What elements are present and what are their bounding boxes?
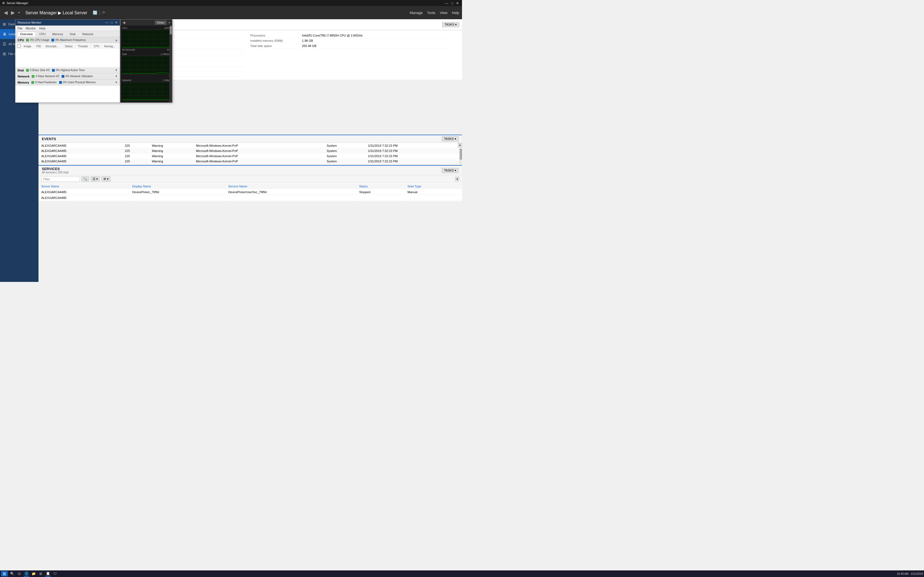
col-image[interactable]: Image xyxy=(23,44,35,49)
tools-button[interactable]: Tools xyxy=(427,11,435,15)
table-row[interactable]: ALEXGARCA4485 DevicePicker_79f9d DeviceP… xyxy=(39,190,462,195)
filter-search-button[interactable]: 🔍 xyxy=(81,176,89,182)
rm-memory-metric1: 0 Hard Faults/sec xyxy=(31,81,57,84)
views-button[interactable]: Views xyxy=(155,21,166,25)
memory-collapse-arrow[interactable]: ▼ xyxy=(115,81,118,84)
rm-disk-collapsible[interactable]: Disk 0 B/sec Disk I/O 0% Highest Active … xyxy=(15,67,120,73)
back-button[interactable]: ◀ xyxy=(3,8,9,17)
event-server: ALEXGARCA4485 xyxy=(39,149,122,153)
network-chart-canvas xyxy=(121,82,171,101)
rm-maximize-button[interactable]: □ xyxy=(111,21,113,24)
table-row: ALEXGARCA4485 225 Warning Microsoft-Wind… xyxy=(39,143,462,148)
rm-tab-memory[interactable]: Memory xyxy=(49,32,66,37)
event-datetime: 1/31/2019 7:32:23 PM xyxy=(366,143,462,148)
rm-memory-collapsible[interactable]: Memory 0 Hard Faults/sec 0% Used Physica… xyxy=(15,79,120,85)
manage-button[interactable]: Manage xyxy=(410,11,423,15)
rm-tab-network[interactable]: Network xyxy=(79,32,96,37)
disk-collapse-arrow[interactable]: ▼ xyxy=(115,69,118,72)
services-tasks-button[interactable]: TASKS ▾ xyxy=(442,168,459,173)
col-start-type[interactable]: Start Type xyxy=(405,184,462,189)
rm-tab-cpu[interactable]: CPU xyxy=(36,32,48,37)
events-scrollbar[interactable] xyxy=(459,148,462,164)
charts-scrollbar-thumb[interactable] xyxy=(170,26,172,34)
rm-cpu-header-left: CPU 0% CPU Usage 0% Maximum Frequency xyxy=(18,39,86,42)
filter-options-button[interactable]: ⚙ ▾ xyxy=(102,176,111,182)
filter-input[interactable] xyxy=(41,177,80,182)
disk-metric1-label: 0 B/sec Disk I/O xyxy=(30,69,50,72)
rm-menu-file[interactable]: File xyxy=(18,27,23,30)
rm-tab-disk[interactable]: Disk xyxy=(67,32,79,37)
rm-cpu-label: CPU xyxy=(18,39,24,42)
event-server: ALEXGARCA4485 xyxy=(39,159,122,164)
flag-icon[interactable]: 🏳 xyxy=(102,10,106,15)
prop-label-disk: Total disk space xyxy=(250,44,300,48)
forward-button[interactable]: ▶ xyxy=(10,8,16,17)
help-button[interactable]: Help xyxy=(452,11,459,15)
col-service-name[interactable]: Service Name xyxy=(226,184,356,189)
col-display-name[interactable]: Display Name xyxy=(130,184,226,189)
rm-titlebar-controls[interactable]: — □ ✕ xyxy=(105,21,118,24)
charts-nav-left[interactable]: ◀ xyxy=(123,21,125,24)
title-bar: ⚙ Server Manager — □ ✕ xyxy=(0,0,462,6)
events-scrollbar-thumb[interactable] xyxy=(460,149,462,160)
services-expand-button[interactable]: ▾ xyxy=(455,177,459,181)
col-average[interactable]: Averag... xyxy=(103,44,120,49)
title-bar-controls[interactable]: — □ ✕ xyxy=(444,1,460,5)
cpu-time-label: 60 Seconds xyxy=(122,48,135,51)
table-row: ALEXGARCA4485 225 Warning Microsoft-Wind… xyxy=(39,149,462,153)
rm-minimize-button[interactable]: — xyxy=(105,21,108,24)
col-checkbox[interactable] xyxy=(16,44,22,49)
rm-cpu-header[interactable]: CPU 0% CPU Usage 0% Maximum Frequency ▲ xyxy=(15,37,120,43)
minimize-button[interactable]: — xyxy=(444,1,449,5)
rm-menu-monitor[interactable]: Monitor xyxy=(26,27,36,30)
disk-chart-section: Disk 1 KB/sec 0 xyxy=(120,52,172,78)
cpu-expand-arrow[interactable]: ▲ xyxy=(115,39,118,42)
properties-tasks-button[interactable]: TASKS ▾ xyxy=(442,22,459,27)
col-description[interactable]: Descripti... xyxy=(45,44,63,49)
rm-network-metric2: 0% Network Utilization xyxy=(61,75,93,78)
event-log: System xyxy=(325,154,365,158)
network-collapse-arrow[interactable]: ▼ xyxy=(115,75,118,78)
col-status[interactable]: Status xyxy=(357,184,405,189)
event-server: ALEXGARCA4485 xyxy=(39,143,122,148)
rm-tabs: Overview CPU Memory Disk Network xyxy=(15,31,120,37)
filter-list-button[interactable]: ☰ ▾ xyxy=(91,176,100,182)
prop-value-processors: Intel(R) Core(TM) i7-8850H CPU @ 2.60GHz xyxy=(302,34,363,37)
event-source: Microsoft-Windows-Kernel-PnP xyxy=(194,159,324,164)
disk-metric2-label: 0% Highest Active Time xyxy=(56,69,85,72)
nav-dropdown-button[interactable]: ▾ xyxy=(17,10,21,16)
select-all-checkbox[interactable] xyxy=(17,44,21,48)
network-chart-label: Network 1 Mbps xyxy=(121,78,171,82)
table-row[interactable]: ALEXGARCA4485 xyxy=(39,195,462,201)
close-button[interactable]: ✕ xyxy=(455,1,460,5)
rm-tab-overview[interactable]: Overview xyxy=(17,32,36,37)
event-log: System xyxy=(325,159,365,164)
event-log: System xyxy=(325,143,365,148)
memory-metric2-label: 0% Used Physical Memory xyxy=(63,81,96,84)
col-cpu[interactable]: CPU xyxy=(92,44,102,49)
col-pid[interactable]: PID xyxy=(36,44,44,49)
rm-title: Resource Monitor xyxy=(18,21,42,24)
rm-menu-help[interactable]: Help xyxy=(39,27,45,30)
refresh-icon[interactable]: 🔄 xyxy=(93,10,97,15)
col-server-name[interactable]: Server Name xyxy=(39,184,129,189)
rm-close-button[interactable]: ✕ xyxy=(115,21,118,24)
charts-scrollbar[interactable] xyxy=(170,26,172,103)
events-expand-button[interactable]: ▾ xyxy=(458,143,462,148)
event-server: ALEXGARCA4485 xyxy=(39,154,122,158)
event-severity: Warning xyxy=(150,159,193,164)
view-button[interactable]: View xyxy=(440,11,447,15)
col-status[interactable]: Status xyxy=(64,44,76,49)
rm-network-collapsible[interactable]: Network 0 Kbps Network I/O 0% Network Ut… xyxy=(15,73,120,79)
col-threads[interactable]: Threads xyxy=(77,44,92,49)
views-dropdown[interactable]: ▾ xyxy=(169,21,170,24)
maximize-button[interactable]: □ xyxy=(450,1,454,5)
title-bar-title: Server Manager xyxy=(6,2,28,5)
toolbar-nav: ◀ ▶ ▾ xyxy=(3,8,21,17)
network-chart-svg xyxy=(122,82,171,100)
rm-disk-left: Disk 0 B/sec Disk I/O 0% Highest Active … xyxy=(18,69,85,72)
cpu-chart-title: CPU xyxy=(122,27,127,29)
event-id: 225 xyxy=(123,143,149,148)
disk-chart-canvas xyxy=(121,56,171,74)
events-tasks-button[interactable]: TASKS ▾ xyxy=(442,136,459,142)
